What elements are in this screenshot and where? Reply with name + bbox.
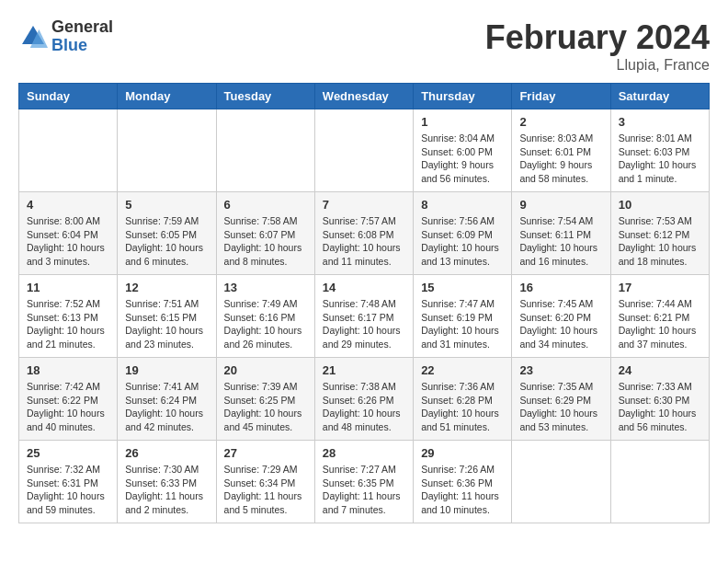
col-header-sunday: Sunday bbox=[19, 84, 118, 109]
calendar-cell: 20Sunrise: 7:39 AM Sunset: 6:25 PM Dayli… bbox=[216, 358, 314, 441]
day-number: 13 bbox=[224, 281, 307, 294]
col-header-wednesday: Wednesday bbox=[314, 84, 413, 109]
day-info: Sunrise: 7:30 AM Sunset: 6:33 PM Dayligh… bbox=[125, 463, 208, 517]
day-number: 2 bbox=[519, 115, 602, 129]
day-info: Sunrise: 7:36 AM Sunset: 6:28 PM Dayligh… bbox=[421, 380, 504, 434]
day-info: Sunrise: 7:54 AM Sunset: 6:11 PM Dayligh… bbox=[519, 214, 602, 269]
day-number: 28 bbox=[323, 446, 405, 460]
calendar-cell bbox=[610, 441, 709, 523]
day-info: Sunrise: 7:59 AM Sunset: 6:05 PM Dayligh… bbox=[125, 214, 208, 269]
day-number: 23 bbox=[519, 363, 602, 377]
calendar-cell: 21Sunrise: 7:38 AM Sunset: 6:26 PM Dayli… bbox=[314, 358, 413, 441]
day-info: Sunrise: 7:32 AM Sunset: 6:31 PM Dayligh… bbox=[27, 463, 109, 517]
col-header-saturday: Saturday bbox=[610, 84, 709, 109]
day-info: Sunrise: 7:51 AM Sunset: 6:15 PM Dayligh… bbox=[125, 297, 208, 351]
day-number: 14 bbox=[323, 281, 405, 294]
day-number: 3 bbox=[619, 115, 701, 129]
calendar-cell: 15Sunrise: 7:47 AM Sunset: 6:19 PM Dayli… bbox=[414, 275, 512, 358]
day-info: Sunrise: 8:04 AM Sunset: 6:00 PM Dayligh… bbox=[421, 132, 504, 186]
page-header: General Blue February 2024 Llupia, Franc… bbox=[18, 18, 710, 74]
day-info: Sunrise: 7:44 AM Sunset: 6:21 PM Dayligh… bbox=[619, 297, 701, 351]
day-number: 25 bbox=[27, 446, 109, 460]
day-number: 8 bbox=[421, 198, 504, 212]
calendar-week-row: 18Sunrise: 7:42 AM Sunset: 6:22 PM Dayli… bbox=[19, 358, 710, 441]
day-info: Sunrise: 7:45 AM Sunset: 6:20 PM Dayligh… bbox=[519, 297, 602, 351]
calendar-cell: 23Sunrise: 7:35 AM Sunset: 6:29 PM Dayli… bbox=[512, 358, 610, 441]
calendar-cell: 13Sunrise: 7:49 AM Sunset: 6:16 PM Dayli… bbox=[216, 275, 314, 358]
day-number: 6 bbox=[224, 198, 307, 212]
day-number: 26 bbox=[125, 446, 208, 460]
calendar-week-row: 25Sunrise: 7:32 AM Sunset: 6:31 PM Dayli… bbox=[19, 441, 710, 523]
calendar-cell: 8Sunrise: 7:56 AM Sunset: 6:09 PM Daylig… bbox=[414, 192, 512, 275]
day-info: Sunrise: 7:47 AM Sunset: 6:19 PM Dayligh… bbox=[421, 297, 504, 351]
calendar-week-row: 1Sunrise: 8:04 AM Sunset: 6:00 PM Daylig… bbox=[19, 109, 710, 192]
calendar-cell: 11Sunrise: 7:52 AM Sunset: 6:13 PM Dayli… bbox=[19, 275, 118, 358]
day-number: 5 bbox=[125, 198, 208, 212]
calendar-cell: 28Sunrise: 7:27 AM Sunset: 6:35 PM Dayli… bbox=[314, 441, 413, 523]
day-number: 21 bbox=[323, 363, 405, 377]
day-number: 16 bbox=[519, 281, 602, 294]
day-info: Sunrise: 7:57 AM Sunset: 6:08 PM Dayligh… bbox=[323, 214, 405, 269]
calendar-header-row: SundayMondayTuesdayWednesdayThursdayFrid… bbox=[19, 84, 710, 109]
calendar-cell bbox=[19, 109, 118, 192]
title-area: February 2024 Llupia, France bbox=[485, 18, 710, 74]
day-info: Sunrise: 8:01 AM Sunset: 6:03 PM Dayligh… bbox=[619, 132, 701, 186]
col-header-thursday: Thursday bbox=[414, 84, 512, 109]
calendar-cell: 1Sunrise: 8:04 AM Sunset: 6:00 PM Daylig… bbox=[414, 109, 512, 192]
calendar-cell: 7Sunrise: 7:57 AM Sunset: 6:08 PM Daylig… bbox=[314, 192, 413, 275]
day-info: Sunrise: 7:42 AM Sunset: 6:22 PM Dayligh… bbox=[27, 380, 109, 434]
day-number: 20 bbox=[224, 363, 307, 377]
day-number: 1 bbox=[421, 115, 504, 129]
calendar-cell bbox=[118, 109, 216, 192]
day-info: Sunrise: 7:35 AM Sunset: 6:29 PM Dayligh… bbox=[519, 380, 602, 434]
day-info: Sunrise: 7:56 AM Sunset: 6:09 PM Dayligh… bbox=[421, 214, 504, 269]
calendar-cell bbox=[512, 441, 610, 523]
logo-general: General bbox=[51, 18, 113, 37]
calendar-cell: 17Sunrise: 7:44 AM Sunset: 6:21 PM Dayli… bbox=[610, 275, 709, 358]
calendar-cell: 14Sunrise: 7:48 AM Sunset: 6:17 PM Dayli… bbox=[314, 275, 413, 358]
calendar-week-row: 4Sunrise: 8:00 AM Sunset: 6:04 PM Daylig… bbox=[19, 192, 710, 275]
calendar-cell: 18Sunrise: 7:42 AM Sunset: 6:22 PM Dayli… bbox=[19, 358, 118, 441]
day-number: 15 bbox=[421, 281, 504, 294]
calendar-week-row: 11Sunrise: 7:52 AM Sunset: 6:13 PM Dayli… bbox=[19, 275, 710, 358]
day-number: 12 bbox=[125, 281, 208, 294]
day-info: Sunrise: 7:48 AM Sunset: 6:17 PM Dayligh… bbox=[323, 297, 405, 351]
logo-text: General Blue bbox=[51, 18, 113, 55]
calendar-cell: 6Sunrise: 7:58 AM Sunset: 6:07 PM Daylig… bbox=[216, 192, 314, 275]
day-info: Sunrise: 7:39 AM Sunset: 6:25 PM Dayligh… bbox=[224, 380, 307, 434]
calendar-cell: 22Sunrise: 7:36 AM Sunset: 6:28 PM Dayli… bbox=[414, 358, 512, 441]
calendar-cell: 9Sunrise: 7:54 AM Sunset: 6:11 PM Daylig… bbox=[512, 192, 610, 275]
day-info: Sunrise: 7:41 AM Sunset: 6:24 PM Dayligh… bbox=[125, 380, 208, 434]
day-number: 4 bbox=[27, 198, 109, 212]
calendar-table: SundayMondayTuesdayWednesdayThursdayFrid… bbox=[18, 83, 710, 523]
day-number: 27 bbox=[224, 446, 307, 460]
calendar-cell: 29Sunrise: 7:26 AM Sunset: 6:36 PM Dayli… bbox=[414, 441, 512, 523]
day-number: 7 bbox=[323, 198, 405, 212]
day-number: 18 bbox=[27, 363, 109, 377]
day-number: 24 bbox=[619, 363, 701, 377]
day-info: Sunrise: 7:26 AM Sunset: 6:36 PM Dayligh… bbox=[421, 463, 504, 517]
location: Llupia, France bbox=[485, 57, 710, 74]
calendar-cell bbox=[314, 109, 413, 192]
day-number: 22 bbox=[421, 363, 504, 377]
day-info: Sunrise: 7:49 AM Sunset: 6:16 PM Dayligh… bbox=[224, 297, 307, 351]
day-info: Sunrise: 7:38 AM Sunset: 6:26 PM Dayligh… bbox=[323, 380, 405, 434]
day-number: 9 bbox=[519, 198, 602, 212]
day-number: 29 bbox=[421, 446, 504, 460]
calendar-cell: 3Sunrise: 8:01 AM Sunset: 6:03 PM Daylig… bbox=[610, 109, 709, 192]
calendar-cell: 25Sunrise: 7:32 AM Sunset: 6:31 PM Dayli… bbox=[19, 441, 118, 523]
calendar-cell: 27Sunrise: 7:29 AM Sunset: 6:34 PM Dayli… bbox=[216, 441, 314, 523]
calendar-cell: 26Sunrise: 7:30 AM Sunset: 6:33 PM Dayli… bbox=[118, 441, 216, 523]
calendar-cell: 19Sunrise: 7:41 AM Sunset: 6:24 PM Dayli… bbox=[118, 358, 216, 441]
month-title: February 2024 bbox=[485, 18, 710, 57]
calendar-cell: 4Sunrise: 8:00 AM Sunset: 6:04 PM Daylig… bbox=[19, 192, 118, 275]
calendar-cell: 5Sunrise: 7:59 AM Sunset: 6:05 PM Daylig… bbox=[118, 192, 216, 275]
day-number: 17 bbox=[619, 281, 701, 294]
day-number: 10 bbox=[619, 198, 701, 212]
day-info: Sunrise: 7:52 AM Sunset: 6:13 PM Dayligh… bbox=[27, 297, 109, 351]
col-header-monday: Monday bbox=[118, 84, 216, 109]
day-info: Sunrise: 7:58 AM Sunset: 6:07 PM Dayligh… bbox=[224, 214, 307, 269]
day-info: Sunrise: 7:29 AM Sunset: 6:34 PM Dayligh… bbox=[224, 463, 307, 517]
day-info: Sunrise: 7:27 AM Sunset: 6:35 PM Dayligh… bbox=[323, 463, 405, 517]
day-number: 11 bbox=[27, 281, 109, 294]
